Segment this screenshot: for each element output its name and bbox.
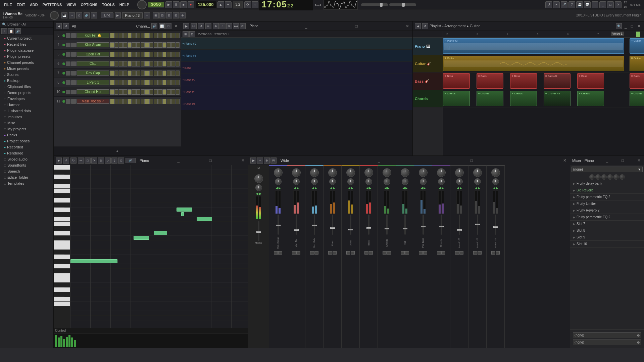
ch-led-green[interactable] xyxy=(62,100,65,103)
ch-pad[interactable] xyxy=(154,33,158,38)
ch-arrow-l[interactable]: ◀ xyxy=(457,186,459,190)
ch-pad[interactable] xyxy=(114,80,118,85)
roll-note-f5[interactable] xyxy=(197,217,212,221)
browser-btn-3[interactable]: 🔊 xyxy=(15,28,21,34)
menu-item-file[interactable]: FILE xyxy=(2,2,14,7)
chords-block-2[interactable]: ≡ Chords xyxy=(477,91,503,106)
ch-pad[interactable] xyxy=(158,71,162,76)
ch-mute-btn[interactable] xyxy=(66,43,70,47)
ch-pad[interactable] xyxy=(171,52,175,57)
fx-knob-2[interactable] xyxy=(595,174,601,180)
pl-prev-btn[interactable]: ◀ xyxy=(415,23,421,29)
pr-tool-4[interactable]: 🔗 xyxy=(84,12,90,18)
ch-pad[interactable] xyxy=(158,61,162,66)
piano-key[interactable] xyxy=(54,269,64,273)
ch-arrow-r[interactable]: ▶ xyxy=(333,186,335,190)
ch-solo-btn[interactable] xyxy=(71,80,76,85)
inst-knob[interactable] xyxy=(50,11,59,20)
ch-pad[interactable] xyxy=(176,99,180,104)
piano-key[interactable] xyxy=(54,250,64,255)
ch-pad[interactable] xyxy=(136,42,140,48)
piano-key[interactable] xyxy=(54,297,70,302)
piano-selector[interactable]: Piano #3 xyxy=(122,12,143,18)
ch-pad[interactable] xyxy=(119,71,123,76)
ch-fader[interactable] xyxy=(493,226,498,228)
ch-pad[interactable] xyxy=(167,33,171,38)
ch-solo-btn[interactable] xyxy=(71,90,76,94)
ch-send-knob[interactable] xyxy=(401,168,409,177)
roll-note-e5[interactable] xyxy=(181,212,184,216)
ch-pad[interactable] xyxy=(145,89,149,95)
ch-pan-knob[interactable] xyxy=(456,178,463,185)
piano-key[interactable] xyxy=(54,236,64,240)
pattern-bass2[interactable]: • Bass #2 xyxy=(181,74,412,86)
ch-max-btn[interactable]: □ xyxy=(165,23,171,29)
browser-item[interactable]: ♦Plugin database xyxy=(0,47,53,53)
fx-bottom-send-1[interactable]: (none) ⊙ xyxy=(573,332,641,338)
bass-block-6[interactable]: ≡ Bass xyxy=(630,73,644,89)
ch-pad[interactable] xyxy=(132,52,136,57)
ch-pad[interactable] xyxy=(158,89,162,95)
piano-key[interactable] xyxy=(54,170,64,175)
ch-pad[interactable] xyxy=(123,71,127,76)
pr-tool-3[interactable]: ⊙ xyxy=(76,12,82,18)
ch-arrow-l[interactable]: ◀ xyxy=(384,186,387,190)
ch-pad[interactable] xyxy=(167,89,171,95)
menu-item-view[interactable]: VIEW xyxy=(64,2,78,7)
mp-t5[interactable]: ⟳ xyxy=(240,23,246,29)
ch-solo-btn[interactable] xyxy=(71,33,76,38)
mx-btn-1[interactable]: ▶ xyxy=(250,157,256,164)
ch-mute-btn[interactable] xyxy=(66,99,70,104)
pattern-piano-2[interactable]: • Piano #2 xyxy=(181,38,412,50)
edit-btn-5[interactable]: ⊕ xyxy=(180,12,186,18)
ch-fader[interactable] xyxy=(348,229,353,230)
ch-pad[interactable] xyxy=(123,61,127,66)
vel-bar-1[interactable] xyxy=(55,335,57,347)
piano-block-1[interactable]: ≡ Piano #3 xyxy=(443,38,624,54)
fx-bottom-send-2[interactable]: (none) ⊙ xyxy=(573,340,641,345)
ch-name[interactable]: L Perc 1 xyxy=(77,80,109,85)
browser-item[interactable]: ♦Plugin presets xyxy=(0,53,53,59)
ch-pad[interactable] xyxy=(119,61,123,66)
ch-mute-btn[interactable] xyxy=(66,71,70,76)
ch-name[interactable]: Kick Fill 🔔 xyxy=(77,33,109,38)
ch-pad[interactable] xyxy=(154,89,158,95)
chat-icon[interactable]: 💬 xyxy=(584,1,591,8)
ch-arrow-l[interactable]: ◀ xyxy=(366,186,368,190)
ch-pad[interactable] xyxy=(123,52,127,57)
transport-play-button[interactable]: ▶ xyxy=(165,1,172,8)
bass-block-5[interactable]: ≡ Bass xyxy=(577,73,604,89)
ch-pad[interactable] xyxy=(145,61,149,66)
ch-fader[interactable] xyxy=(385,228,389,229)
piano-key[interactable] xyxy=(54,231,70,236)
pattern-bass3[interactable]: • Bass #3 xyxy=(181,86,412,98)
ch-pad[interactable] xyxy=(132,89,136,95)
loop-btn[interactable]: ⟳ xyxy=(244,1,251,8)
chords-block-3[interactable]: ≡ Chords xyxy=(510,91,537,106)
ch-arrow-r[interactable]: ▶ xyxy=(442,186,444,190)
ch-bottom-btn-1[interactable] xyxy=(364,251,368,255)
ch-pad[interactable] xyxy=(158,80,162,85)
browser-item[interactable]: ♦Rendered xyxy=(0,150,53,156)
ch-pad[interactable] xyxy=(110,99,114,104)
ch-pad[interactable] xyxy=(141,61,145,66)
piano-key[interactable] xyxy=(54,165,70,170)
ch-pad[interactable] xyxy=(119,99,123,104)
mp-play-btn[interactable]: ▶ xyxy=(183,23,189,29)
ch-pad[interactable] xyxy=(149,89,153,95)
ch-pad[interactable] xyxy=(110,71,114,76)
ch-pad[interactable] xyxy=(110,80,114,85)
browser-item[interactable]: □Clipboard files xyxy=(0,84,53,90)
ch-pad[interactable] xyxy=(141,80,145,85)
piano-key[interactable] xyxy=(54,212,64,217)
fx-plugin-item[interactable]: ▶ Slot 8 xyxy=(570,227,644,234)
ch-arrow-r[interactable]: ▶ xyxy=(369,186,371,190)
track-label-chords[interactable]: Chords xyxy=(413,90,443,107)
fx-plugin-item[interactable]: ▶ Fruity delay bank xyxy=(570,180,644,187)
fx-knob-1[interactable] xyxy=(589,174,595,180)
pattern-bass[interactable]: • Bass xyxy=(181,62,412,74)
ch-pad[interactable] xyxy=(136,71,140,76)
ch-name[interactable]: Main_Vocals ♂ xyxy=(77,99,109,104)
ch-pad[interactable] xyxy=(145,52,149,57)
ch-pad[interactable] xyxy=(132,42,136,48)
